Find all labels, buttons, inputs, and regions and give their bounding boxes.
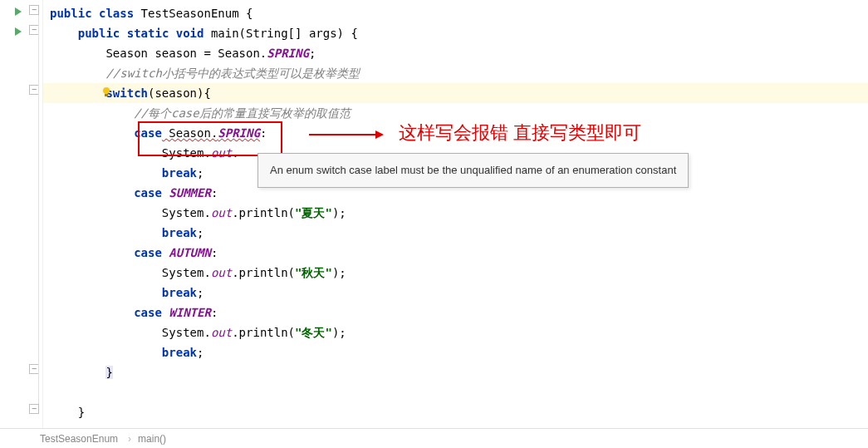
run-method-icon[interactable]	[12, 25, 25, 38]
code-line[interactable]	[43, 382, 868, 402]
gutter: − − − − −	[0, 0, 43, 448]
error-annotation: 这样写会报错 直接写类型即可	[399, 123, 641, 143]
code-line[interactable]: //switch小括号中的表达式类型可以是枚举类型	[43, 63, 868, 83]
lightbulb-icon[interactable]	[100, 85, 113, 98]
code-line[interactable]: }	[43, 402, 868, 422]
breadcrumb-item[interactable]: TestSeasonEnum	[40, 433, 118, 445]
code-line[interactable]: }	[43, 362, 868, 382]
fold-icon[interactable]: −	[29, 404, 39, 414]
code-line[interactable]: break;	[43, 223, 868, 243]
chevron-right-icon: ›	[128, 433, 131, 445]
code-line[interactable]: System.out.println("冬天");	[43, 322, 868, 342]
editor-container: − − − − − public class TestSeasonEnum { …	[0, 0, 868, 448]
svg-point-0	[103, 87, 110, 94]
run-class-icon[interactable]	[12, 5, 25, 18]
code-line[interactable]: System.out.println("秋天");	[43, 263, 868, 283]
fold-icon[interactable]: −	[29, 5, 39, 15]
code-line[interactable]: break;	[43, 342, 868, 362]
breadcrumb-item[interactable]: main()	[138, 433, 166, 445]
code-line[interactable]: break;	[43, 283, 868, 303]
code-line[interactable]: public class TestSeasonEnum {	[43, 3, 868, 23]
code-line[interactable]: //每个case后的常量直接写枚举的取值范	[43, 103, 868, 123]
code-line[interactable]: System.out.println("夏天");	[43, 203, 868, 223]
code-line[interactable]: switch(season){	[43, 83, 868, 103]
error-tooltip: An enum switch case label must be the un…	[257, 153, 689, 188]
code-area[interactable]: public class TestSeasonEnum { public sta…	[43, 0, 868, 448]
code-line[interactable]: case AUTUMN:	[43, 243, 868, 263]
code-line[interactable]: Season season = Season.SPRING;	[43, 43, 868, 63]
svg-rect-1	[105, 94, 108, 96]
breadcrumb: TestSeasonEnum › main()	[0, 428, 868, 448]
arrow-icon	[309, 126, 384, 147]
code-line[interactable]: case WINTER:	[43, 303, 868, 322]
svg-marker-3	[375, 130, 384, 139]
code-line[interactable]: public static void main(String[] args) {	[43, 23, 868, 43]
